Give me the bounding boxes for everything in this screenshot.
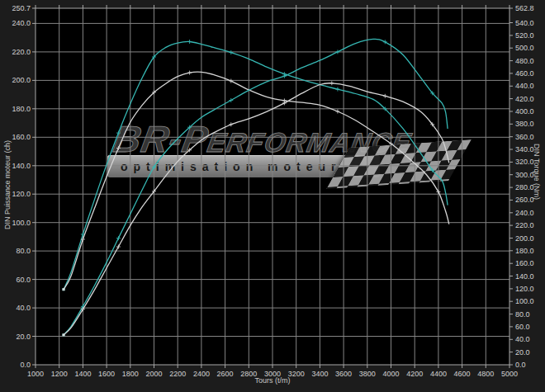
series-torque-optimized: [63, 40, 448, 290]
svg-text:220.0: 220.0: [515, 221, 534, 229]
svg-text:250.7: 250.7: [12, 4, 31, 12]
svg-text:320.0: 320.0: [515, 158, 534, 166]
svg-text:360.0: 360.0: [515, 133, 534, 141]
y-axis-title-left: DIN Puissance moteur (ch): [3, 7, 12, 363]
svg-text:200.0: 200.0: [515, 234, 534, 243]
svg-text:400.0: 400.0: [515, 107, 534, 116]
svg-text:280.0: 280.0: [515, 183, 534, 191]
svg-text:380.0: 380.0: [515, 120, 534, 128]
svg-text:160.0: 160.0: [515, 259, 534, 267]
gridlines: [36, 8, 509, 365]
svg-text:120.0: 120.0: [515, 285, 534, 293]
svg-text:60.0: 60.0: [515, 323, 530, 331]
svg-text:120.0: 120.0: [12, 190, 31, 198]
svg-text:420.0: 420.0: [515, 95, 534, 103]
svg-text:160.0: 160.0: [12, 133, 31, 141]
svg-text:540.0: 540.0: [515, 19, 534, 27]
svg-text:20.0: 20.0: [515, 348, 530, 357]
svg-text:40.0: 40.0: [515, 335, 530, 343]
svg-text:0.0: 0.0: [20, 361, 31, 369]
svg-text:440.0: 440.0: [515, 82, 534, 90]
svg-text:240.0: 240.0: [12, 19, 31, 27]
x-axis-title: Tours (t/m): [36, 376, 509, 385]
svg-text:260.0: 260.0: [515, 196, 534, 204]
svg-text:0.0: 0.0: [515, 361, 526, 369]
svg-text:500.0: 500.0: [515, 44, 534, 52]
svg-text:100.0: 100.0: [12, 219, 31, 227]
chart-canvas: 1000120014001600180020002200240026002800…: [0, 0, 545, 392]
svg-text:200.0: 200.0: [12, 76, 31, 84]
svg-text:140.0: 140.0: [515, 272, 534, 281]
svg-text:240.0: 240.0: [515, 209, 534, 217]
svg-text:80.0: 80.0: [515, 310, 530, 319]
svg-text:100.0: 100.0: [515, 297, 534, 305]
svg-text:520.0: 520.0: [515, 31, 534, 40]
svg-text:340.0: 340.0: [515, 145, 534, 153]
svg-text:80.0: 80.0: [16, 247, 31, 255]
svg-text:60.0: 60.0: [16, 276, 31, 284]
svg-text:480.0: 480.0: [515, 57, 534, 65]
svg-text:460.0: 460.0: [515, 69, 534, 78]
svg-text:40.0: 40.0: [16, 304, 31, 312]
svg-text:20.0: 20.0: [16, 333, 31, 341]
svg-text:220.0: 220.0: [12, 48, 31, 56]
svg-text:562.8: 562.8: [515, 4, 534, 12]
svg-text:180.0: 180.0: [12, 105, 31, 113]
dyno-chart: BR-PERFORMANCE optimisation moteur 10001…: [0, 0, 545, 392]
series-power-optimized: [63, 39, 448, 336]
svg-text:180.0: 180.0: [515, 247, 534, 255]
svg-text:300.0: 300.0: [515, 171, 534, 179]
y-axis-title-right: DIN Torque (Nm): [533, 0, 541, 350]
svg-text:140.0: 140.0: [12, 162, 31, 170]
